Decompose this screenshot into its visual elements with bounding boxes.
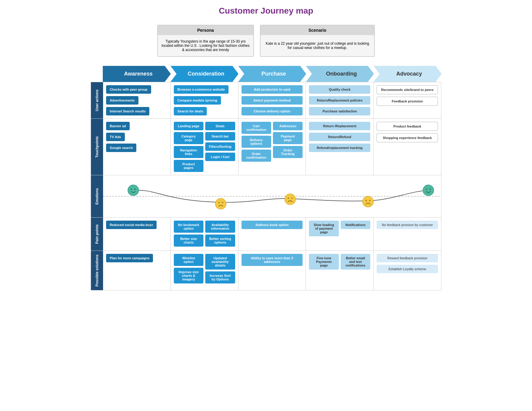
svg-point-5 [128, 185, 139, 196]
scenario-box: Scenario Kate is a 22 year old youngster… [260, 25, 375, 57]
svg-point-15 [365, 200, 367, 201]
persona-box: Persona Typically Youngsters in the age … [157, 25, 254, 57]
svg-point-10 [222, 202, 223, 203]
touchpoints-label: Touchpoints [91, 119, 103, 175]
persona-label: Persona [158, 25, 253, 35]
tp-c-4: Product pages [174, 160, 203, 172]
phase-advocacy: Advocacy [374, 66, 442, 82]
pp-o-1: Slow loading of payment page [309, 221, 339, 236]
ua-purchase-3: Choose delivery option [242, 107, 303, 115]
tp-c-2: Category page [174, 132, 203, 144]
sol-advocacy: Reward feedback provision Establish Loya… [374, 251, 441, 290]
pp-consideration: No bookmark option Better size charts Av… [171, 218, 238, 251]
ua-consideration-3: Search for deals [174, 107, 207, 115]
sol-c-2: Improve size charts & imagery [174, 268, 203, 283]
sol-p-1: Ability to save more than 3 addresses [242, 254, 303, 266]
ua-onboarding-2: Return/Replacement policies [309, 96, 370, 105]
user-actions-consideration: Browses e-commerce website Compare model… [171, 82, 238, 118]
phase-awareness: Awareness [103, 66, 171, 82]
svg-point-6 [131, 189, 132, 190]
sol-awareness: Plan for more campaigns [103, 251, 171, 290]
tp-purchase: Cart confirmation Delivery options Order… [238, 119, 306, 175]
svg-point-14 [362, 196, 373, 207]
tp-c-7: Filters/Sorting [205, 142, 235, 151]
sol-c-3: Updated availability details [205, 254, 235, 270]
user-actions-onboarding: Quality check Return/Replacement policie… [306, 82, 374, 118]
svg-point-11 [285, 194, 296, 205]
phase-purchase: Purchase [238, 66, 306, 82]
sol-av-1: Reward feedback provision [377, 254, 438, 262]
svg-point-9 [218, 202, 219, 203]
top-info-section: Persona Typically Youngsters in the age … [91, 25, 441, 57]
sol-a-1: Plan for more campaigns [106, 254, 153, 262]
ua-consideration-2: Compare models /pricing [174, 96, 221, 105]
svg-point-13 [291, 197, 293, 199]
pp-onboarding: Slow loading of payment page Notificatio… [306, 218, 374, 251]
sol-onboarding: Fine tune Payments page Better email and… [306, 251, 374, 290]
tp-onboarding: Return /Replacement Return/Refund Refund… [306, 119, 374, 175]
pp-c-1: No bookmark option [174, 221, 203, 233]
pp-a-1: Reduced social media buzz [106, 221, 157, 229]
tp-c-3: Navigation links [174, 146, 203, 158]
sol-av-2: Establish Loyalty scheme [377, 265, 438, 273]
sol-c-4: Increase Sort by Options [205, 271, 235, 283]
page-title: Customer Journey map [91, 6, 441, 16]
sol-c-1: Wishlist option [174, 254, 203, 266]
tp-c-6: Search bar [205, 132, 235, 141]
phase-onboarding: Onboarding [306, 66, 374, 82]
solutions-row: Possible solutions Plan for more campaig… [91, 251, 441, 290]
tp-av-2: Shopping experience feedback [377, 133, 438, 142]
user-actions-awareness: Checks with peer group Advertisements In… [103, 82, 171, 118]
pp-c-4: Better sorting options [205, 235, 235, 247]
tp-p-6: Order Tracking [273, 146, 303, 158]
ua-consideration-1: Browses e-commerce website [174, 85, 229, 94]
ua-onboarding-3: Purchase satisfaction [309, 107, 370, 115]
user-actions-label: User actions [91, 82, 103, 118]
touchpoints-row: Touchpoints Banner ad TV Ads Google sear… [91, 119, 441, 175]
pp-advocacy: No feedback provison by customer [374, 218, 441, 251]
tp-p-5: Payment page [273, 132, 303, 144]
tp-p-1: Cart confirmation [242, 122, 271, 134]
touchpoints-content: Banner ad TV Ads Google search Landing p… [103, 119, 441, 175]
svg-point-12 [288, 197, 289, 199]
svg-point-18 [426, 189, 427, 190]
svg-point-17 [423, 185, 434, 196]
pp-c-3: Availability information [205, 221, 235, 233]
ua-awareness-3: Internet Search results [106, 107, 149, 115]
phase-consideration: Consideration [170, 66, 238, 82]
ua-purchase-2: Select payment method [242, 96, 303, 105]
tp-o-3: Refund/replacement tracking [309, 144, 370, 152]
tp-p-2: Delivery options [242, 136, 271, 148]
user-actions-advocacy: Recommends site/brand to peers Feedback … [374, 82, 441, 118]
solutions-content: Plan for more campaigns Wishlist option … [103, 251, 441, 290]
journey-grid: User actions Checks with peer group Adve… [91, 82, 441, 290]
ua-advocacy-1: Recommends site/brand to peers [377, 85, 438, 94]
pp-av-1: No feedback provison by customer [377, 221, 438, 229]
tp-c-1: Landing page [174, 122, 203, 130]
tp-c-5: Deals [205, 122, 235, 130]
pp-purchase: Address book option [238, 218, 306, 251]
ua-advocacy-2: Feedback provision [377, 97, 438, 106]
user-actions-row: User actions Checks with peer group Adve… [91, 82, 441, 119]
sol-purchase: Ability to save more than 3 addresses [238, 251, 306, 290]
scenario-description: Kate is a 22 year old youngster ,just ou… [261, 35, 374, 56]
emotions-chart [103, 175, 441, 217]
pain-points-label: Pain points [91, 218, 103, 251]
tp-advocacy: Product feedback Shopping experience fee… [374, 119, 441, 175]
pain-points-row: Pain points Reduced social media buzz No… [91, 218, 441, 251]
tp-av-1: Product feedback [377, 122, 438, 131]
sol-consideration: Wishlist option Improve size charts & im… [171, 251, 238, 290]
tp-consideration: Landing page Category page Navigation li… [171, 119, 238, 175]
tp-a-3: Google search [106, 144, 136, 152]
tp-c-8: Login / Cart [205, 153, 235, 161]
emotions-row: Emotions [91, 175, 441, 218]
tp-o-2: Return/Refund [309, 133, 370, 141]
tp-p-4: Addresses [273, 122, 303, 130]
persona-description: Typically Youngsters in the age range of… [158, 35, 253, 56]
svg-point-19 [430, 189, 431, 190]
pain-points-content: Reduced social media buzz No bookmark op… [103, 218, 441, 251]
pp-awareness: Reduced social media buzz [103, 218, 171, 251]
ua-awareness-2: Advertisements [106, 96, 138, 105]
svg-point-8 [215, 198, 226, 209]
sol-o-1: Fine tune Payments page [309, 254, 339, 270]
